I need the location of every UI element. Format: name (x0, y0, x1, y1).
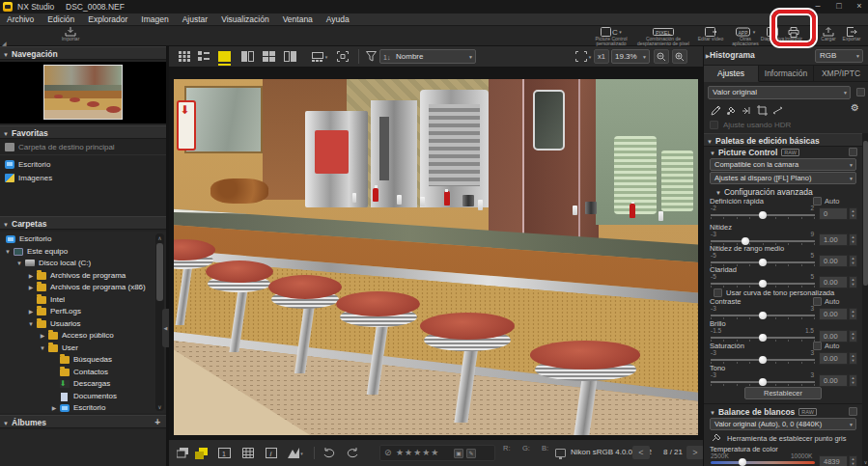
stepper[interactable]: ▲▼ (849, 455, 857, 466)
slider-thumb[interactable] (759, 211, 767, 219)
add-album-button[interactable]: + (154, 416, 160, 429)
tree-item-documentos[interactable]: Documentos (0, 391, 154, 403)
slider-thumb[interactable] (759, 334, 767, 342)
slider-thumb[interactable] (759, 280, 767, 288)
filter-icon[interactable] (364, 50, 378, 63)
slider-thumb[interactable] (759, 378, 767, 386)
curve-checkbox[interactable] (714, 288, 722, 297)
slider-thumb[interactable] (759, 312, 767, 319)
tree-item-intel[interactable]: Intel (0, 294, 154, 307)
temperature-slider[interactable] (711, 461, 815, 464)
tree-item-perflogs[interactable]: ▶PerfLogs (0, 306, 154, 318)
menu-visualizacion[interactable]: Visualización (214, 14, 275, 26)
info-overlay-icon[interactable]: i (264, 447, 278, 459)
slider-track[interactable] (711, 359, 815, 361)
straighten-icon[interactable] (770, 103, 784, 117)
thumbnail-grid-view-icon[interactable] (177, 50, 191, 63)
slider-track[interactable] (711, 337, 815, 339)
tree-item-acceso-publico[interactable]: ▶Acceso público (0, 330, 154, 343)
fit-mode-dropdown[interactable]: ▾ (573, 50, 594, 63)
scrollbar-thumb[interactable] (863, 141, 868, 286)
tree-item-usuarios[interactable]: ▼Usuarios (0, 318, 154, 331)
import-button[interactable]: Importar (46, 26, 95, 46)
maximize-button[interactable]: □ (830, 0, 848, 13)
tree-item-busquedas[interactable]: Búsquedas (0, 354, 154, 367)
picture-control-preset-dropdown[interactable]: Ajustes al disparo ([FL] Plano)▼ (710, 172, 856, 184)
advanced-config-header[interactable]: ▼Configuración avanzada (715, 187, 813, 197)
auto-checkbox[interactable] (813, 342, 822, 350)
histogram-title[interactable]: Histograma (710, 50, 755, 60)
auto-toggle[interactable]: Auto (813, 342, 839, 350)
reset-button[interactable]: Restablecer (744, 387, 822, 399)
split-view-compare-icon[interactable] (283, 50, 297, 63)
image-canvas[interactable] (169, 68, 703, 439)
toolbar-collapse-icon[interactable]: ◢ (2, 40, 7, 46)
tree-item-descargas[interactable]: Descargas (0, 378, 154, 391)
value-spinbox[interactable]: 0.00 (819, 276, 848, 288)
favorite-item-desktop[interactable]: Escritorio (0, 158, 166, 171)
tab-informacion[interactable]: Información (759, 66, 814, 82)
crop-icon[interactable] (755, 103, 769, 117)
no-rating-icon[interactable]: ⊘ (384, 448, 392, 457)
stack-view-icon[interactable] (175, 447, 189, 459)
slider-track[interactable] (711, 214, 815, 216)
slider-thumb[interactable] (759, 356, 767, 364)
close-button[interactable]: × (851, 0, 868, 13)
menu-ajustar[interactable]: Ajustar (176, 14, 214, 26)
splitter-collapse-handle[interactable]: ◀ (162, 309, 169, 347)
zoom-level-dropdown[interactable]: 19.3% ▼ (611, 49, 650, 64)
next-image-button[interactable]: > (686, 446, 704, 459)
auto-checkbox[interactable] (813, 297, 822, 306)
grid-overlay-icon[interactable] (240, 447, 255, 459)
slider-thumb[interactable] (739, 458, 746, 466)
histogram-channel-dropdown[interactable]: RGB▼ (815, 49, 863, 63)
gray-point-tool[interactable]: Herramienta de establecer punto gris (712, 433, 847, 443)
edit-video-button[interactable]: Editar vídeo (695, 26, 726, 46)
gear-icon[interactable]: ⚙ (851, 102, 859, 113)
red-eye-icon[interactable] (740, 103, 753, 117)
previous-image-button[interactable]: < (632, 446, 650, 459)
auto-toggle[interactable]: Auto (813, 197, 839, 206)
compare-mode-icon[interactable] (194, 447, 209, 459)
zoom-in-button[interactable] (672, 49, 687, 64)
export-button[interactable]: Exportar (838, 26, 865, 46)
value-spinbox[interactable]: 0.00 (819, 374, 848, 387)
tab-xmp-iptc[interactable]: XMP/IPTC (814, 66, 868, 82)
menu-archivo[interactable]: Archivo (0, 14, 41, 26)
split-view-4-icon[interactable] (262, 50, 276, 63)
thumbnail-list-view-icon[interactable] (196, 50, 210, 63)
favorites-section-header[interactable]: ▼Favoritas (0, 125, 166, 139)
zoom-out-button[interactable] (654, 49, 669, 64)
scroll-down-icon[interactable]: ∨ (862, 459, 868, 465)
rotate-ccw-icon[interactable] (322, 447, 336, 459)
tree-item-archivos-programa[interactable]: ▶Archivos de programa (0, 270, 154, 283)
scroll-down-icon[interactable]: ∨ (155, 403, 164, 410)
picture-control-custom-button[interactable]: C ▾ Picture Control personalizado (591, 26, 631, 46)
tree-item-escritorio-root[interactable]: Escritorio (0, 233, 154, 246)
image-view-icon[interactable] (217, 50, 232, 63)
slider-track[interactable] (711, 381, 815, 383)
auto-checkbox[interactable] (813, 197, 822, 206)
menu-explorador[interactable]: Explorador (81, 14, 134, 26)
pixel-shift-button[interactable]: PIXEL Combinación de desplazamiento de p… (633, 26, 693, 46)
paint-label-button[interactable]: ✎ (466, 449, 476, 458)
white-balance-header[interactable]: ▼Balance de blancosRAW (710, 407, 817, 417)
tab-ajustes[interactable]: Ajustes (704, 66, 759, 82)
tree-item-contactos[interactable]: Contactos (0, 367, 154, 379)
tree-item-archivos-programa-x86[interactable]: ▶Archivos de programa (x86) (0, 282, 154, 294)
navigation-section-header[interactable]: ▼Navegación (0, 46, 166, 60)
auto-toggle[interactable]: Auto (813, 297, 839, 306)
single-image-icon[interactable]: 1 (217, 447, 232, 459)
value-spinbox[interactable]: 0 (819, 207, 848, 220)
favorite-item-images[interactable]: Imágenes (0, 172, 166, 184)
retouch-brush-icon[interactable] (709, 103, 722, 117)
preset-checkbox[interactable] (856, 88, 865, 96)
adjustment-preset-dropdown[interactable]: Valor original▼ (708, 86, 851, 99)
sort-dropdown[interactable]: 1↓ Nombre ▼ (379, 49, 476, 64)
menu-ventana[interactable]: Ventana (276, 14, 320, 26)
palettes-section-header[interactable]: ▼Paletas de edición básicas (704, 133, 868, 147)
white-balance-dropdown[interactable]: Valor original (Auto), 0, 0 (4840K)▼ (710, 418, 856, 430)
picture-control-header[interactable]: ▼Picture ControlRAW (710, 148, 799, 157)
menu-ayuda[interactable]: Ayuda (320, 14, 356, 26)
fullscreen-icon[interactable] (335, 50, 350, 63)
